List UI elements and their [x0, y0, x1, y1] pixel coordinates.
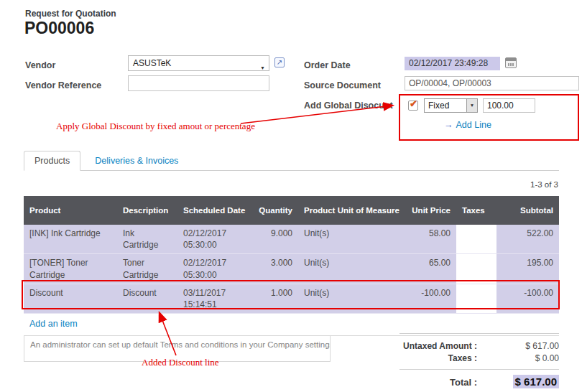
total-label: Total : — [399, 377, 484, 388]
untaxed-amount-value: $ 617.00 — [484, 341, 559, 351]
annotation-text-discount-line: Added Discount line — [142, 357, 219, 368]
add-line-label: Add Line — [456, 120, 491, 130]
source-document-label: Source Document — [304, 80, 381, 90]
cell-uom: Unit(s) — [298, 254, 406, 284]
global-discount-label: Add Global Disocunt — [304, 101, 393, 111]
col-quantity[interactable]: Quantity — [249, 196, 298, 225]
col-unit-price[interactable]: Unit Price — [406, 196, 456, 225]
cell-description: Ink Cartridge — [117, 225, 177, 254]
vendor-label: Vendor — [25, 60, 55, 70]
vendor-reference-label: Vendor Reference — [25, 80, 101, 90]
order-date-input[interactable]: 02/12/2017 23:49:28 — [405, 57, 500, 70]
totals-panel: Untaxed Amount : $ 617.00 Taxes : $ 0.00… — [399, 333, 559, 391]
taxes-label: Taxes : — [399, 353, 484, 363]
terms-placeholder-text: An administrator can set up default Term… — [30, 340, 331, 349]
discount-amount-input[interactable]: 100.00 — [483, 98, 535, 113]
notebook-tab-bar: Products Deliveries & Invoices — [24, 151, 559, 171]
col-taxes[interactable]: Taxes — [456, 196, 496, 225]
cell-scheduled-date: 02/12/2017 05:30:00 — [177, 225, 249, 254]
cell-scheduled-date: 02/12/2017 05:30:00 — [177, 254, 249, 284]
add-item-link[interactable]: Add an item — [29, 319, 78, 329]
cell-subtotal: -100.00 — [496, 284, 559, 313]
col-scheduled-date[interactable]: Scheduled Date — [177, 196, 249, 225]
cell-scheduled-date: 03/11/2017 15:14:51 — [177, 284, 249, 313]
doc-type-label: Request for Quotation — [25, 9, 116, 19]
taxes-row: Taxes : $ 0.00 — [399, 353, 559, 363]
cell-unit-price: 58.00 — [406, 225, 456, 254]
cell-quantity: 1.000 — [249, 284, 298, 313]
vendor-reference-input[interactable] — [128, 75, 269, 91]
cell-product: [INK] Ink Cartridge — [24, 225, 117, 254]
total-row: Total : $ 617.00 — [399, 369, 559, 388]
chevron-down-icon: ▼ — [260, 61, 265, 75]
cell-unit-price: -100.00 — [406, 284, 456, 313]
checkmark-icon: ✔ — [410, 98, 417, 109]
calendar-icon[interactable] — [505, 57, 517, 68]
table-row-discount[interactable]: Discount Discount 03/11/2017 15:14:51 1.… — [24, 284, 559, 313]
table-row-ink[interactable]: [INK] Ink Cartridge Ink Cartridge 02/12/… — [24, 225, 559, 254]
tab-products-label: Products — [34, 156, 70, 166]
chevron-down-icon: ▼ — [466, 99, 477, 112]
cell-subtotal: 522.00 — [496, 225, 559, 254]
vendor-select[interactable]: ASUSTeK ▼ — [128, 55, 269, 71]
total-value: $ 617.00 — [513, 375, 559, 388]
cell-taxes — [456, 284, 496, 313]
pager: 1-3 of 3 — [530, 180, 558, 189]
col-product[interactable]: Product — [24, 196, 117, 225]
order-lines-table: Product Description Scheduled Date Quant… — [24, 196, 559, 314]
discount-type-select[interactable]: Fixed ▼ — [424, 98, 478, 113]
col-uom[interactable]: Product Unit of Measure — [298, 196, 406, 225]
cell-unit-price: 65.00 — [406, 254, 456, 284]
annotation-text-global-discount: Apply Global Discount by fixed amout or … — [56, 121, 255, 132]
source-document-input[interactable]: OP/00004, OP/00003 — [405, 76, 579, 90]
table-header-row: Product Description Scheduled Date Quant… — [24, 196, 559, 225]
table-row-toner[interactable]: [TONER] Toner Cartridge Toner Cartridge … — [24, 254, 559, 284]
cell-taxes — [456, 225, 496, 254]
vendor-select-value: ASUSTeK — [133, 58, 171, 68]
add-line-link[interactable]: →Add Line — [444, 120, 491, 130]
cell-subtotal: 195.00 — [496, 254, 559, 284]
rfq-page: Request for Quotation PO00006 Vendor ASU… — [0, 0, 582, 392]
arrow-right-icon: → — [444, 120, 453, 130]
cell-quantity: 3.000 — [249, 254, 298, 284]
tab-products[interactable]: Products — [24, 151, 80, 171]
global-discount-checkbox[interactable]: ✔ — [408, 101, 418, 111]
cell-uom: Unit(s) — [298, 225, 406, 254]
cell-product: [TONER] Toner Cartridge — [24, 254, 117, 284]
doc-number: PO00006 — [24, 19, 94, 38]
order-date-label: Order Date — [304, 60, 351, 70]
taxes-value: $ 0.00 — [484, 353, 559, 363]
col-subtotal[interactable]: Subtotal — [496, 196, 559, 225]
untaxed-amount-row: Untaxed Amount : $ 617.00 — [399, 341, 559, 351]
external-link-icon[interactable]: ↗ — [274, 57, 285, 67]
untaxed-amount-label: Untaxed Amount : — [399, 341, 484, 351]
cell-quantity: 9.000 — [249, 225, 298, 254]
cell-uom: Unit(s) — [298, 284, 406, 313]
tab-deliveries-invoices[interactable]: Deliveries & Invoices — [85, 151, 188, 170]
cell-taxes — [456, 254, 496, 284]
col-description[interactable]: Description — [117, 196, 177, 225]
cell-product: Discount — [24, 284, 117, 313]
cell-description: Discount — [117, 284, 177, 313]
order-lines-list: Product Description Scheduled Date Quant… — [24, 196, 559, 336]
cell-description: Toner Cartridge — [117, 254, 177, 284]
tab-deliveries-invoices-label: Deliveries & Invoices — [95, 156, 178, 166]
